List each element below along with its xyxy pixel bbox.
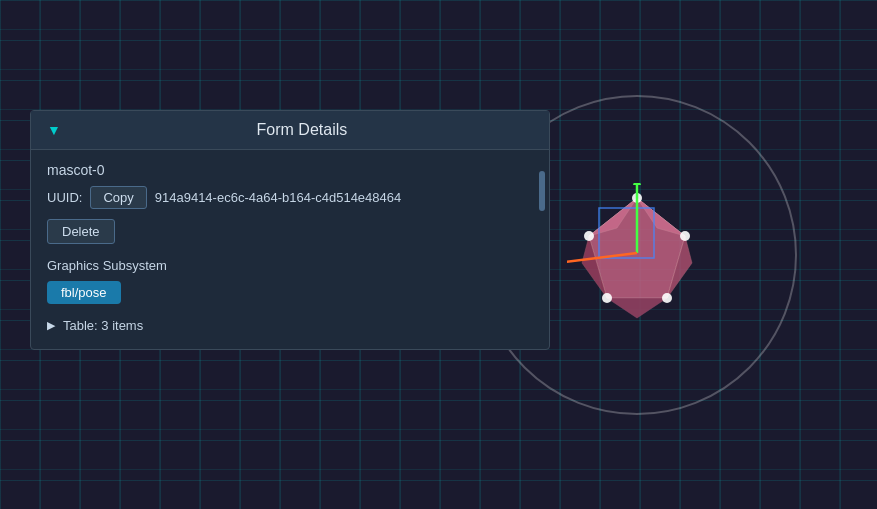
svg-marker-5 xyxy=(607,298,667,318)
subsystem-label: Graphics Subsystem xyxy=(47,258,533,273)
delete-button[interactable]: Delete xyxy=(47,219,115,244)
scrollbar[interactable] xyxy=(539,161,545,345)
form-body: mascot-0 UUID: Copy 914a9414-ec6c-4a64-b… xyxy=(31,150,549,349)
svg-point-7 xyxy=(680,231,690,241)
svg-marker-13 xyxy=(633,183,641,185)
mascot-3d-object xyxy=(567,183,707,327)
uuid-label: UUID: xyxy=(47,190,82,205)
form-header: ▼ Form Details xyxy=(31,111,549,150)
table-label: Table: 3 items xyxy=(63,318,143,333)
svg-point-10 xyxy=(584,231,594,241)
table-row[interactable]: ▶ Table: 3 items xyxy=(47,318,533,333)
uuid-value: 914a9414-ec6c-4a64-b164-c4d514e48464 xyxy=(155,190,402,205)
svg-point-8 xyxy=(662,293,672,303)
svg-point-9 xyxy=(602,293,612,303)
subsystem-tag[interactable]: fbl/pose xyxy=(47,281,121,304)
collapse-arrow[interactable]: ▼ xyxy=(47,122,61,138)
uuid-row: UUID: Copy 914a9414-ec6c-4a64-b164-c4d51… xyxy=(47,186,533,209)
form-details-panel: ▼ Form Details mascot-0 UUID: Copy 914a9… xyxy=(30,110,550,350)
copy-uuid-button[interactable]: Copy xyxy=(90,186,146,209)
table-expand-arrow: ▶ xyxy=(47,319,55,332)
scrollbar-thumb[interactable] xyxy=(539,171,545,211)
object-name: mascot-0 xyxy=(47,162,533,178)
panel-title: Form Details xyxy=(71,121,533,139)
